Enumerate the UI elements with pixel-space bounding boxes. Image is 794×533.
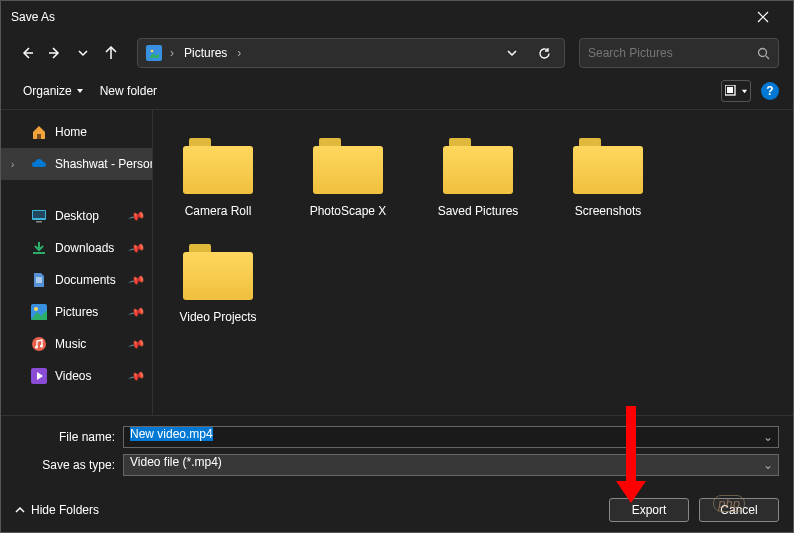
save-as-type-value: Video file (*.mp4) (130, 455, 222, 469)
forward-button[interactable] (43, 41, 67, 65)
sidebar-item-pictures[interactable]: Pictures 📌 (1, 296, 152, 328)
svg-rect-8 (36, 221, 42, 223)
search-box[interactable] (579, 38, 779, 68)
view-icon (725, 85, 739, 97)
folder-label: Screenshots (575, 204, 642, 218)
hide-folders-button[interactable]: Hide Folders (15, 503, 99, 517)
folder-content-area[interactable]: Camera Roll PhotoScape X Saved Pictures … (153, 110, 793, 415)
chevron-up-icon (15, 505, 25, 515)
footer: Hide Folders Export Cancel (1, 488, 793, 532)
dialog-body: Home › Shashwat - Personal Desktop 📌 Dow… (1, 109, 793, 415)
new-folder-button[interactable]: New folder (92, 79, 165, 103)
videos-icon (31, 368, 47, 384)
up-button[interactable] (99, 41, 123, 65)
sidebar-item-downloads[interactable]: Downloads 📌 (1, 232, 152, 264)
sidebar-item-label: Videos (55, 369, 91, 383)
svg-rect-5 (37, 134, 41, 139)
sidebar-item-desktop[interactable]: Desktop 📌 (1, 200, 152, 232)
recent-locations-button[interactable] (71, 41, 95, 65)
dropdown-caret-icon (76, 87, 84, 95)
sidebar-item-home[interactable]: Home (1, 116, 152, 148)
form-area: File name: New video.mp4 ⌄ Save as type:… (1, 415, 793, 488)
sidebar-item-documents[interactable]: Documents 📌 (1, 264, 152, 296)
folder-icon (313, 138, 383, 194)
folder-item[interactable]: PhotoScape X (293, 130, 403, 226)
organize-label: Organize (23, 84, 72, 98)
save-as-type-combo[interactable]: Video file (*.mp4) (123, 454, 779, 476)
folder-icon (183, 138, 253, 194)
close-button[interactable] (743, 1, 783, 33)
sidebar: Home › Shashwat - Personal Desktop 📌 Dow… (1, 110, 153, 415)
folder-icon (573, 138, 643, 194)
home-icon (31, 124, 47, 140)
chevron-down-icon (507, 48, 517, 58)
refresh-icon (538, 47, 551, 60)
folder-icon (183, 244, 253, 300)
svg-point-11 (32, 337, 46, 351)
save-as-dialog: Save As › Pictures › (0, 0, 794, 533)
svg-point-2 (759, 48, 767, 56)
folder-item[interactable]: Saved Pictures (423, 130, 533, 226)
chevron-right-icon: › (170, 46, 174, 60)
pin-icon: 📌 (128, 303, 147, 321)
pictures-icon (31, 304, 47, 320)
export-button[interactable]: Export (609, 498, 689, 522)
sidebar-item-label: Pictures (55, 305, 98, 319)
folder-item[interactable]: Video Projects (163, 236, 273, 332)
svg-point-12 (35, 346, 38, 349)
filename-label: File name: (15, 430, 123, 444)
desktop-icon (31, 208, 47, 224)
sidebar-item-label: Downloads (55, 241, 114, 255)
documents-icon (31, 272, 47, 288)
pin-icon: 📌 (128, 335, 147, 353)
sidebar-item-label: Home (55, 125, 87, 139)
svg-point-13 (40, 345, 43, 348)
folder-label: Video Projects (179, 310, 256, 324)
search-icon (757, 47, 770, 60)
cancel-button[interactable]: Cancel (699, 498, 779, 522)
address-bar[interactable]: › Pictures › (137, 38, 565, 68)
folder-item[interactable]: Camera Roll (163, 130, 273, 226)
refresh-button[interactable] (532, 41, 556, 65)
sidebar-item-onedrive-personal[interactable]: › Shashwat - Personal (1, 148, 152, 180)
sidebar-item-videos[interactable]: Videos 📌 (1, 360, 152, 392)
hide-folders-label: Hide Folders (31, 503, 99, 517)
folder-label: Camera Roll (185, 204, 252, 218)
close-icon (757, 11, 769, 23)
sidebar-item-label: Documents (55, 273, 116, 287)
svg-rect-7 (33, 211, 45, 218)
address-dropdown-button[interactable] (500, 41, 524, 65)
svg-point-10 (34, 307, 38, 311)
pin-icon: 📌 (128, 367, 147, 385)
pin-icon: 📌 (128, 271, 147, 289)
question-icon: ? (766, 84, 773, 98)
music-icon (31, 336, 47, 352)
svg-point-1 (151, 50, 154, 53)
filename-input[interactable]: New video.mp4 (123, 426, 779, 448)
sidebar-item-music[interactable]: Music 📌 (1, 328, 152, 360)
folder-item[interactable]: Screenshots (553, 130, 663, 226)
folder-icon (443, 138, 513, 194)
help-button[interactable]: ? (761, 82, 779, 100)
dropdown-caret-icon (741, 88, 748, 95)
arrow-up-icon (104, 46, 118, 60)
chevron-right-icon: › (237, 46, 241, 60)
folder-label: PhotoScape X (310, 204, 387, 218)
sidebar-item-label: Shashwat - Personal (55, 157, 152, 171)
navigation-bar: › Pictures › (1, 33, 793, 73)
organize-button[interactable]: Organize (15, 79, 92, 103)
back-button[interactable] (15, 41, 39, 65)
breadcrumb-pictures[interactable]: Pictures (182, 46, 229, 60)
filename-value: New video.mp4 (130, 427, 213, 441)
arrow-right-icon (48, 46, 62, 60)
chevron-right-icon: › (11, 159, 14, 170)
folder-label: Saved Pictures (438, 204, 519, 218)
window-title: Save As (11, 10, 743, 24)
title-bar: Save As (1, 1, 793, 33)
pictures-location-icon (146, 45, 162, 61)
sidebar-item-label: Music (55, 337, 86, 351)
chevron-down-icon (78, 48, 88, 58)
save-as-type-label: Save as type: (15, 458, 123, 472)
search-input[interactable] (588, 46, 757, 60)
view-options-button[interactable] (721, 80, 751, 102)
